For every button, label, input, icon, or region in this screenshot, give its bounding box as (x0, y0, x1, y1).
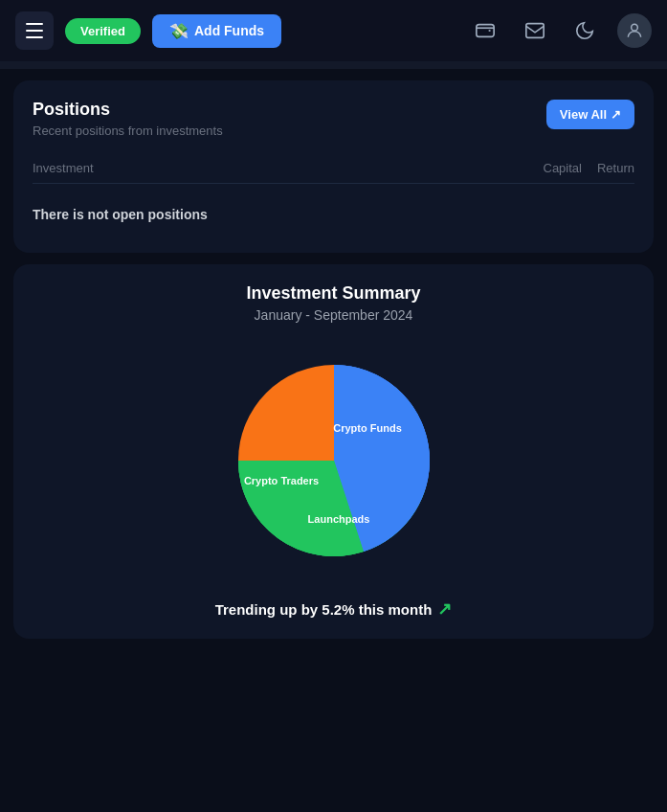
menu-button[interactable] (15, 11, 54, 50)
pie-segments (238, 365, 430, 556)
positions-info: Positions Recent positions from investme… (33, 100, 223, 138)
empty-positions-message: There is not open positions (33, 195, 634, 234)
positions-title: Positions (33, 100, 223, 120)
column-capital: Capital (544, 161, 582, 175)
header-icons (468, 13, 652, 48)
summary-period: January - September 2024 (33, 307, 634, 323)
user-avatar-button[interactable] (617, 13, 652, 48)
divider (0, 61, 667, 69)
ct-label: Crypto Traders (243, 475, 318, 486)
add-funds-button[interactable]: 💸 Add Funds (152, 14, 281, 48)
investment-summary-card: Investment Summary January - September 2… (13, 264, 654, 639)
lp-label: Launchpads (307, 513, 369, 525)
positions-subtitle: Recent positions from investments (33, 124, 223, 138)
trending-arrow-icon: ↗ (437, 598, 452, 620)
pie-chart-container: Crypto Funds Crypto Traders Launchpads (33, 346, 634, 575)
add-funds-label: Add Funds (194, 23, 264, 38)
header-left: Verified 💸 Add Funds (15, 11, 281, 50)
trending-label: Trending up by 5.2% this month (215, 601, 433, 618)
svg-rect-0 (477, 25, 494, 37)
column-investment: Investment (33, 161, 528, 175)
header: Verified 💸 Add Funds (0, 0, 667, 61)
add-funds-icon: 💸 (169, 22, 189, 40)
svg-point-2 (632, 24, 638, 31)
lp-slice (238, 365, 334, 461)
mail-button[interactable] (518, 13, 552, 48)
view-all-label: View All (560, 107, 607, 122)
wallet-button[interactable] (468, 13, 502, 48)
view-all-button[interactable]: View All ↗ (546, 100, 634, 129)
svg-rect-1 (526, 24, 544, 38)
summary-title: Investment Summary (33, 283, 634, 304)
dark-mode-button[interactable] (567, 13, 602, 48)
trending-text: Trending up by 5.2% this month ↗ (33, 598, 634, 620)
column-return: Return (597, 161, 634, 175)
view-all-arrow-icon: ↗ (611, 107, 621, 122)
pie-chart: Crypto Funds Crypto Traders Launchpads (219, 346, 449, 575)
cf-label: Crypto Funds (333, 422, 402, 434)
positions-header: Positions Recent positions from investme… (33, 100, 634, 138)
positions-card: Positions Recent positions from investme… (13, 80, 654, 253)
table-header: Investment Capital Return (33, 153, 634, 184)
verified-badge: Verified (65, 18, 141, 44)
